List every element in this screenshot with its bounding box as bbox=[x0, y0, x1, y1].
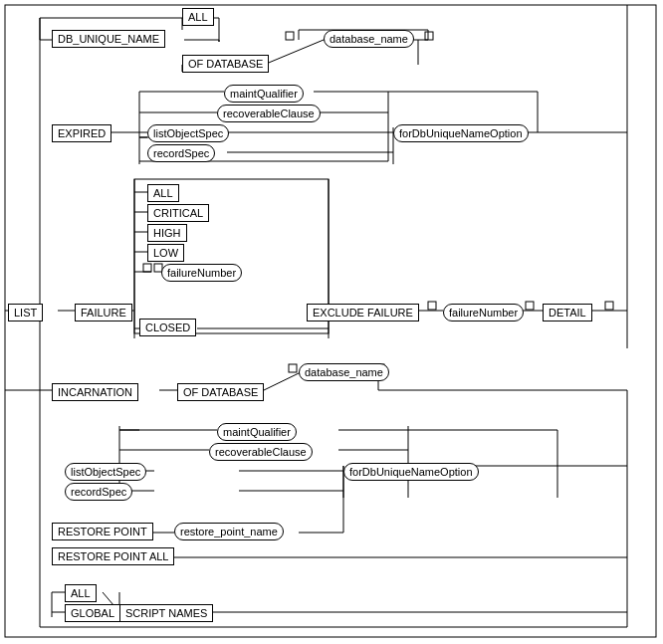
failure-box: FAILURE bbox=[75, 304, 132, 322]
global-box: GLOBAL bbox=[65, 604, 120, 622]
maint-qualifier-box: maintQualifier bbox=[224, 85, 304, 103]
svg-rect-60 bbox=[526, 302, 534, 310]
svg-line-64 bbox=[264, 373, 299, 390]
restore-point-all-box: RESTORE POINT ALL bbox=[52, 547, 174, 565]
svg-rect-21 bbox=[425, 32, 433, 40]
svg-line-13 bbox=[264, 40, 324, 65]
incarnation-box: INCARNATION bbox=[52, 383, 138, 401]
for-db-unique-name-option2-box: forDbUniqueNameOption bbox=[343, 463, 479, 481]
all-failure-box: ALL bbox=[147, 184, 179, 202]
recoverable-clause2-box: recoverableClause bbox=[209, 443, 313, 461]
of-database-top-box: OF DATABASE bbox=[182, 55, 269, 73]
failure-number-outer-box: failureNumber bbox=[443, 304, 524, 322]
recoverable-clause-box: recoverableClause bbox=[217, 105, 321, 122]
svg-rect-67 bbox=[289, 364, 297, 372]
critical-box: CRITICAL bbox=[147, 204, 209, 222]
restore-point-name-box: restore_point_name bbox=[174, 523, 284, 540]
record-spec-box: recordSpec bbox=[147, 144, 215, 162]
all-bottom-box: ALL bbox=[65, 584, 97, 602]
db-unique-name-box: DB_UNIQUE_NAME bbox=[52, 30, 165, 48]
svg-rect-46 bbox=[143, 264, 151, 272]
low-box: LOW bbox=[147, 244, 184, 262]
of-database-mid-box: OF DATABASE bbox=[177, 383, 264, 401]
record-spec2-box: recordSpec bbox=[65, 483, 132, 501]
svg-rect-61 bbox=[605, 302, 613, 310]
list-object-spec2-box: listObjectSpec bbox=[65, 463, 146, 481]
expired-box: EXPIRED bbox=[52, 124, 111, 142]
for-db-unique-name-option-top-box: forDbUniqueNameOption bbox=[393, 124, 529, 142]
detail-box: DETAIL bbox=[543, 304, 592, 322]
closed-box: CLOSED bbox=[139, 319, 196, 336]
svg-rect-59 bbox=[428, 302, 436, 310]
list-object-spec-box: listObjectSpec bbox=[147, 124, 229, 142]
script-names-box: SCRIPT NAMES bbox=[119, 604, 213, 622]
svg-rect-20 bbox=[286, 32, 294, 40]
failure-number-inner-box: failureNumber bbox=[161, 264, 242, 282]
database-name-mid-box: database_name bbox=[299, 363, 389, 381]
database-name-top-box: database_name bbox=[324, 30, 414, 48]
exclude-failure-box: EXCLUDE FAILURE bbox=[307, 304, 419, 322]
maint-qualifier2-box: maintQualifier bbox=[217, 423, 297, 441]
all-top-box: ALL bbox=[182, 8, 214, 26]
restore-point-box: RESTORE POINT bbox=[52, 523, 153, 540]
list-box: LIST bbox=[8, 304, 43, 322]
high-box: HIGH bbox=[147, 224, 187, 242]
syntax-diagram: ALL DB_UNIQUE_NAME OF DATABASE database_… bbox=[0, 0, 663, 644]
